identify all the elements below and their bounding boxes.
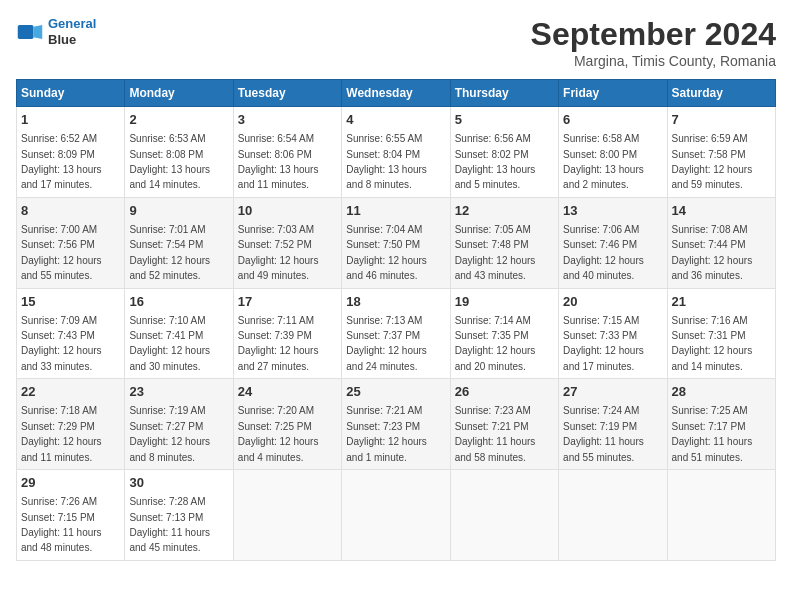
week-row-2: 8Sunrise: 7:00 AM Sunset: 7:56 PM Daylig… [17, 197, 776, 288]
day-number: 27 [563, 383, 662, 401]
day-number: 20 [563, 293, 662, 311]
day-cell: 19Sunrise: 7:14 AM Sunset: 7:35 PM Dayli… [450, 288, 558, 379]
day-number: 8 [21, 202, 120, 220]
day-cell: 23Sunrise: 7:19 AM Sunset: 7:27 PM Dayli… [125, 379, 233, 470]
day-info: Sunrise: 7:01 AM Sunset: 7:54 PM Dayligh… [129, 224, 210, 281]
day-number: 21 [672, 293, 771, 311]
logo-line2: Blue [48, 32, 96, 48]
day-cell: 14Sunrise: 7:08 AM Sunset: 7:44 PM Dayli… [667, 197, 775, 288]
day-info: Sunrise: 6:59 AM Sunset: 7:58 PM Dayligh… [672, 133, 753, 190]
day-number: 15 [21, 293, 120, 311]
day-cell: 27Sunrise: 7:24 AM Sunset: 7:19 PM Dayli… [559, 379, 667, 470]
day-info: Sunrise: 7:08 AM Sunset: 7:44 PM Dayligh… [672, 224, 753, 281]
day-cell: 17Sunrise: 7:11 AM Sunset: 7:39 PM Dayli… [233, 288, 341, 379]
day-cell [450, 470, 558, 561]
page-header: General Blue September 2024 Margina, Tim… [16, 16, 776, 69]
col-header-friday: Friday [559, 80, 667, 107]
day-number: 2 [129, 111, 228, 129]
day-cell: 13Sunrise: 7:06 AM Sunset: 7:46 PM Dayli… [559, 197, 667, 288]
week-row-1: 1Sunrise: 6:52 AM Sunset: 8:09 PM Daylig… [17, 107, 776, 198]
day-info: Sunrise: 7:28 AM Sunset: 7:13 PM Dayligh… [129, 496, 210, 553]
day-cell: 20Sunrise: 7:15 AM Sunset: 7:33 PM Dayli… [559, 288, 667, 379]
day-number: 23 [129, 383, 228, 401]
day-cell: 12Sunrise: 7:05 AM Sunset: 7:48 PM Dayli… [450, 197, 558, 288]
day-number: 3 [238, 111, 337, 129]
col-header-sunday: Sunday [17, 80, 125, 107]
day-cell: 2Sunrise: 6:53 AM Sunset: 8:08 PM Daylig… [125, 107, 233, 198]
day-cell: 24Sunrise: 7:20 AM Sunset: 7:25 PM Dayli… [233, 379, 341, 470]
day-number: 28 [672, 383, 771, 401]
day-cell: 28Sunrise: 7:25 AM Sunset: 7:17 PM Dayli… [667, 379, 775, 470]
logo-icon [16, 18, 44, 46]
day-number: 5 [455, 111, 554, 129]
day-cell: 22Sunrise: 7:18 AM Sunset: 7:29 PM Dayli… [17, 379, 125, 470]
col-header-tuesday: Tuesday [233, 80, 341, 107]
day-info: Sunrise: 7:15 AM Sunset: 7:33 PM Dayligh… [563, 315, 644, 372]
day-number: 19 [455, 293, 554, 311]
day-info: Sunrise: 7:21 AM Sunset: 7:23 PM Dayligh… [346, 405, 427, 462]
day-info: Sunrise: 6:54 AM Sunset: 8:06 PM Dayligh… [238, 133, 319, 190]
day-cell: 25Sunrise: 7:21 AM Sunset: 7:23 PM Dayli… [342, 379, 450, 470]
day-number: 30 [129, 474, 228, 492]
day-cell: 26Sunrise: 7:23 AM Sunset: 7:21 PM Dayli… [450, 379, 558, 470]
day-number: 1 [21, 111, 120, 129]
day-cell: 7Sunrise: 6:59 AM Sunset: 7:58 PM Daylig… [667, 107, 775, 198]
day-cell [233, 470, 341, 561]
day-info: Sunrise: 7:14 AM Sunset: 7:35 PM Dayligh… [455, 315, 536, 372]
day-info: Sunrise: 7:20 AM Sunset: 7:25 PM Dayligh… [238, 405, 319, 462]
day-info: Sunrise: 7:06 AM Sunset: 7:46 PM Dayligh… [563, 224, 644, 281]
day-cell: 9Sunrise: 7:01 AM Sunset: 7:54 PM Daylig… [125, 197, 233, 288]
day-info: Sunrise: 7:25 AM Sunset: 7:17 PM Dayligh… [672, 405, 753, 462]
day-cell: 29Sunrise: 7:26 AM Sunset: 7:15 PM Dayli… [17, 470, 125, 561]
day-number: 4 [346, 111, 445, 129]
logo-line1: General [48, 16, 96, 31]
main-title: September 2024 [531, 16, 776, 53]
day-cell [559, 470, 667, 561]
day-info: Sunrise: 6:53 AM Sunset: 8:08 PM Dayligh… [129, 133, 210, 190]
day-cell: 18Sunrise: 7:13 AM Sunset: 7:37 PM Dayli… [342, 288, 450, 379]
day-number: 22 [21, 383, 120, 401]
day-info: Sunrise: 6:55 AM Sunset: 8:04 PM Dayligh… [346, 133, 427, 190]
col-header-saturday: Saturday [667, 80, 775, 107]
day-cell: 8Sunrise: 7:00 AM Sunset: 7:56 PM Daylig… [17, 197, 125, 288]
day-info: Sunrise: 7:10 AM Sunset: 7:41 PM Dayligh… [129, 315, 210, 372]
logo: General Blue [16, 16, 96, 47]
day-info: Sunrise: 7:19 AM Sunset: 7:27 PM Dayligh… [129, 405, 210, 462]
day-number: 29 [21, 474, 120, 492]
day-number: 26 [455, 383, 554, 401]
day-info: Sunrise: 7:24 AM Sunset: 7:19 PM Dayligh… [563, 405, 644, 462]
day-cell: 5Sunrise: 6:56 AM Sunset: 8:02 PM Daylig… [450, 107, 558, 198]
day-info: Sunrise: 7:11 AM Sunset: 7:39 PM Dayligh… [238, 315, 319, 372]
day-info: Sunrise: 7:26 AM Sunset: 7:15 PM Dayligh… [21, 496, 102, 553]
day-number: 6 [563, 111, 662, 129]
week-row-5: 29Sunrise: 7:26 AM Sunset: 7:15 PM Dayli… [17, 470, 776, 561]
day-cell: 11Sunrise: 7:04 AM Sunset: 7:50 PM Dayli… [342, 197, 450, 288]
day-cell: 3Sunrise: 6:54 AM Sunset: 8:06 PM Daylig… [233, 107, 341, 198]
title-block: September 2024 Margina, Timis County, Ro… [531, 16, 776, 69]
day-info: Sunrise: 7:13 AM Sunset: 7:37 PM Dayligh… [346, 315, 427, 372]
day-cell: 15Sunrise: 7:09 AM Sunset: 7:43 PM Dayli… [17, 288, 125, 379]
day-info: Sunrise: 7:18 AM Sunset: 7:29 PM Dayligh… [21, 405, 102, 462]
svg-marker-1 [34, 25, 43, 39]
day-cell [342, 470, 450, 561]
day-info: Sunrise: 6:58 AM Sunset: 8:00 PM Dayligh… [563, 133, 644, 190]
day-cell: 1Sunrise: 6:52 AM Sunset: 8:09 PM Daylig… [17, 107, 125, 198]
day-info: Sunrise: 7:04 AM Sunset: 7:50 PM Dayligh… [346, 224, 427, 281]
day-number: 24 [238, 383, 337, 401]
day-number: 7 [672, 111, 771, 129]
day-info: Sunrise: 7:00 AM Sunset: 7:56 PM Dayligh… [21, 224, 102, 281]
day-cell: 30Sunrise: 7:28 AM Sunset: 7:13 PM Dayli… [125, 470, 233, 561]
day-cell: 4Sunrise: 6:55 AM Sunset: 8:04 PM Daylig… [342, 107, 450, 198]
col-header-monday: Monday [125, 80, 233, 107]
day-number: 11 [346, 202, 445, 220]
logo-text: General Blue [48, 16, 96, 47]
day-cell: 10Sunrise: 7:03 AM Sunset: 7:52 PM Dayli… [233, 197, 341, 288]
day-info: Sunrise: 7:09 AM Sunset: 7:43 PM Dayligh… [21, 315, 102, 372]
day-number: 25 [346, 383, 445, 401]
day-cell: 16Sunrise: 7:10 AM Sunset: 7:41 PM Dayli… [125, 288, 233, 379]
day-info: Sunrise: 7:05 AM Sunset: 7:48 PM Dayligh… [455, 224, 536, 281]
day-number: 9 [129, 202, 228, 220]
day-number: 12 [455, 202, 554, 220]
day-cell: 21Sunrise: 7:16 AM Sunset: 7:31 PM Dayli… [667, 288, 775, 379]
day-info: Sunrise: 7:16 AM Sunset: 7:31 PM Dayligh… [672, 315, 753, 372]
